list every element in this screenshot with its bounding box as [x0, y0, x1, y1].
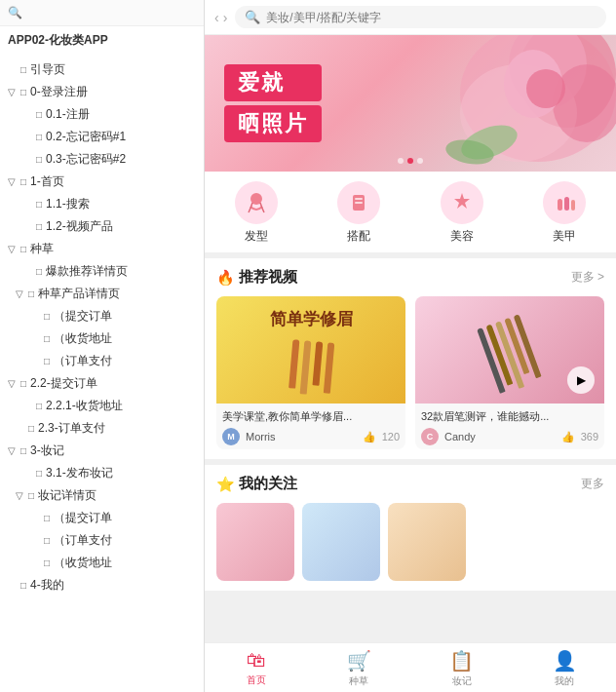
- tree-item-plant[interactable]: ▽ □ 种草: [0, 238, 204, 260]
- tree-item-register[interactable]: □ 0.1-注册: [0, 103, 204, 126]
- tree-item-home[interactable]: ▽ □ 1-首页: [0, 171, 204, 193]
- nav-mine[interactable]: 👤 我的: [514, 649, 617, 688]
- folder-icon: □: [28, 490, 34, 501]
- category-match[interactable]: 搭配: [337, 181, 380, 245]
- recommended-section: 🔥 推荐视频 更多 > 简单学修眉: [205, 258, 616, 459]
- tree-item-search[interactable]: □ 1.1-搜索: [0, 193, 204, 215]
- tree-item-mine[interactable]: □ 4-我的: [0, 574, 204, 596]
- tree-item-delivery[interactable]: □ （收货地址: [0, 327, 204, 350]
- banner-dots: [398, 158, 423, 164]
- like-count-1: 120: [382, 431, 400, 442]
- tree-item-orderpay[interactable]: □ 2.3-订单支付: [0, 417, 204, 440]
- tree-item-makeupdetail[interactable]: ▽ □ 妆记详情页: [0, 484, 204, 507]
- page-icon: □: [36, 199, 42, 210]
- folder-icon: □: [20, 445, 26, 456]
- dot-2-active: [407, 158, 413, 164]
- search-bar: 🔍: [235, 6, 606, 28]
- dot-1: [398, 158, 404, 164]
- page-icon: □: [44, 356, 50, 366]
- svg-rect-15: [571, 200, 575, 211]
- search-input[interactable]: [266, 11, 597, 24]
- category-nail[interactable]: 美甲: [543, 181, 586, 245]
- tree-item-login[interactable]: ▽ □ 0-登录注册: [0, 81, 204, 103]
- avatar-candy: C: [421, 428, 439, 445]
- left-panel: 🔍 APP02-化妆类APP □ 引导页 ▽ □ 0-登录注册 □ 0.1-注册…: [0, 0, 205, 692]
- nail-icon: [543, 181, 586, 224]
- expand-icon: ▽: [8, 378, 18, 389]
- hair-icon: [235, 181, 278, 224]
- left-panel-header: 🔍: [0, 0, 204, 26]
- category-beauty[interactable]: 美容: [441, 181, 483, 245]
- folder-icon: □: [28, 288, 34, 299]
- expand-icon: ▽: [8, 176, 18, 187]
- category-hair[interactable]: 发型: [235, 181, 278, 245]
- page-icon: □: [44, 557, 50, 568]
- tree-item-makeup[interactable]: ▽ □ 3-妆记: [0, 440, 204, 462]
- follow-more-link[interactable]: 更多: [581, 476, 604, 492]
- video-meta-1: M Morris 👍 120: [222, 428, 400, 445]
- page-icon: □: [36, 266, 42, 277]
- video-info-1: 美学课堂,教你简单学修眉... M Morris 👍 120: [216, 404, 405, 449]
- bottom-nav: 🛍 首页 🛒 种草 📋 妆记 👤 我的: [205, 642, 616, 692]
- tree-item-forgot2[interactable]: □ 0.3-忘记密码#2: [0, 148, 204, 171]
- video-card-2[interactable]: ▶ 32款眉笔测评，谁能撼动... C Candy 👍 369: [415, 296, 604, 449]
- tree-item-forgot1[interactable]: □ 0.2-忘记密码#1: [0, 126, 204, 148]
- video-card-1[interactable]: 简单学修眉 美学课堂,教你简单学修眉...: [216, 296, 405, 449]
- tree-item-delivery2[interactable]: □ 2.2.1-收货地址: [0, 395, 204, 417]
- videos-more-link[interactable]: 更多 >: [571, 269, 604, 286]
- author-morris: Morris: [246, 431, 276, 442]
- tree-item-pay[interactable]: □ （订单支付: [0, 350, 204, 372]
- folder-icon: □: [20, 244, 26, 254]
- follow-card-3[interactable]: [388, 503, 466, 581]
- page-icon: □: [36, 109, 42, 120]
- home-nav-label: 首页: [247, 673, 266, 687]
- match-icon: [337, 181, 380, 224]
- tree-item-recommend[interactable]: □ 爆款推荐详情页: [0, 260, 204, 283]
- nail-label: 美甲: [553, 228, 576, 245]
- svg-point-6: [526, 69, 565, 108]
- follow-card-1[interactable]: [216, 503, 294, 581]
- my-follow-section: ⭐ 我的关注 更多: [205, 465, 616, 591]
- tree-item-delivery3[interactable]: □ （收货地址: [0, 552, 204, 574]
- tree-item-pay2[interactable]: □ （订单支付: [0, 529, 204, 552]
- svg-rect-12: [355, 202, 363, 204]
- tree-item-video[interactable]: □ 1.2-视频产品: [0, 215, 204, 238]
- tree-item-submit-order[interactable]: □ （提交订单: [0, 305, 204, 327]
- avatar-morris: M: [222, 428, 240, 445]
- video-row: 简单学修眉 美学课堂,教你简单学修眉...: [216, 296, 604, 449]
- plant-nav-icon: 🛒: [347, 649, 371, 673]
- video-thumb-1: 简单学修眉: [216, 296, 405, 404]
- beauty-label: 美容: [450, 228, 474, 245]
- folder-icon: □: [20, 87, 26, 97]
- forward-arrow[interactable]: ›: [223, 10, 228, 25]
- nav-plant[interactable]: 🛒 种草: [308, 649, 411, 688]
- follow-card-2[interactable]: [302, 503, 380, 581]
- nav-makeup[interactable]: 📋 妆记: [410, 649, 514, 688]
- page-icon: □: [20, 64, 26, 75]
- tree-item-submit22[interactable]: ▽ □ 2.2-提交订单: [0, 372, 204, 395]
- expand-icon: ▽: [8, 445, 18, 456]
- page-icon: □: [28, 423, 34, 434]
- video-meta-2: C Candy 👍 369: [421, 428, 598, 445]
- tree-item-postmakeup[interactable]: □ 3.1-发布妆记: [0, 462, 204, 484]
- play-button-2[interactable]: ▶: [567, 366, 595, 394]
- nav-home[interactable]: 🛍 首页: [205, 649, 308, 688]
- right-header: ‹ › 🔍: [205, 0, 616, 35]
- category-row: 发型 搭配 美容 美甲: [205, 172, 616, 252]
- expand-icon: ▽: [8, 244, 18, 254]
- search-icon: 🔍: [8, 6, 22, 19]
- tree-container: □ 引导页 ▽ □ 0-登录注册 □ 0.1-注册 □ 0.2-忘记密码#1 □…: [0, 55, 204, 600]
- tree-item-guide[interactable]: □ 引导页: [0, 58, 204, 81]
- section-title-follow: ⭐ 我的关注: [216, 475, 297, 493]
- hair-label: 发型: [245, 228, 268, 245]
- tree-item-submit2[interactable]: □ （提交订单: [0, 507, 204, 529]
- banner-image: [392, 35, 616, 172]
- section-header-videos: 🔥 推荐视频 更多 >: [216, 268, 604, 287]
- tree-item-product-detail[interactable]: ▽ □ 种草产品详情页: [0, 283, 204, 305]
- back-arrow[interactable]: ‹: [214, 10, 219, 25]
- section-title-videos: 🔥 推荐视频: [216, 268, 297, 287]
- page-icon: □: [36, 401, 42, 411]
- banner-line2: 晒照片: [224, 105, 322, 142]
- makeup-nav-label: 妆记: [452, 674, 472, 688]
- banner-line1: 爱就: [224, 64, 322, 101]
